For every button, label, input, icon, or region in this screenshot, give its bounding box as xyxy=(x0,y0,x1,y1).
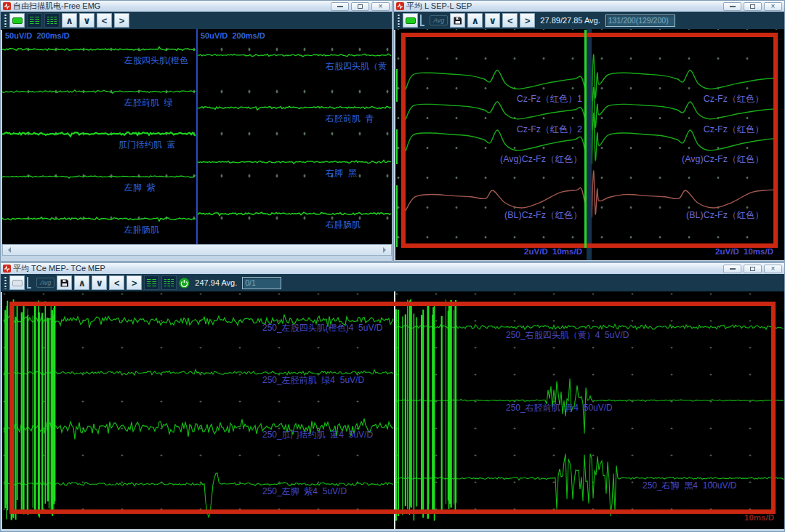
led-toggle-button[interactable] xyxy=(403,13,418,28)
scroll-down-button[interactable]: ∨ xyxy=(79,13,94,28)
channel-label: 肛门括约肌 蓝 xyxy=(118,139,176,151)
scroll-left-button[interactable]: < xyxy=(97,13,112,28)
window-l-sep: 平均 L SEP-L SEP × Avg ∧ ∨ < > 27.89/27.85… xyxy=(393,0,785,262)
titlebar-emg[interactable]: 自由扫描肌电-Free EMG × xyxy=(1,1,392,12)
column-divider xyxy=(587,29,592,260)
left-edge-marker xyxy=(396,185,398,247)
channel-label: 右股四头肌（黄 xyxy=(326,60,387,73)
waveform-canvas xyxy=(592,29,778,260)
waveform-trace xyxy=(2,217,196,221)
cursor-icon[interactable] xyxy=(27,277,34,289)
app-icon xyxy=(3,265,11,273)
emg-wave-area[interactable]: 50uV/D 200ms/D左股四头肌(橙色左胫前肌 绿肛门括约肌 蓝左脚 紫左… xyxy=(2,29,392,244)
sweep-scale-label: 2uV/D 10ms/D xyxy=(524,247,582,256)
window-title: 平均 TCe MEP- TCe MEP xyxy=(13,263,105,274)
scroll-right-button[interactable]: > xyxy=(114,13,129,28)
avg-mode-button[interactable]: Avg xyxy=(36,278,55,288)
waveform-trace xyxy=(198,106,391,110)
scrollbar-right-arrow[interactable] xyxy=(383,247,389,253)
scale-header: 50uV/D 200ms/D xyxy=(5,31,70,40)
scroll-up-button[interactable]: ∧ xyxy=(74,275,89,290)
avg-mode-button[interactable]: Avg xyxy=(430,15,448,25)
emg-column-0: 50uV/D 200ms/D左股四头肌(橙色左胫前肌 绿肛门括约肌 蓝左脚 紫左… xyxy=(2,29,196,244)
scroll-right-button[interactable]: > xyxy=(126,275,142,290)
led-toggle-button[interactable] xyxy=(9,275,25,290)
scroll-up-button[interactable]: ∧ xyxy=(467,13,483,28)
channel-label: (BL)Cz-Fz（红色） xyxy=(504,209,582,222)
mep-column-1: 250_右股四头肌（黄）4 5uV/D250_右胫前肌 青4 50uV/D250… xyxy=(395,291,784,529)
mep-column-0: 250_左股四头肌(橙色)4 5uV/D250_左胫前肌 绿4 5uV/D250… xyxy=(4,291,394,529)
scroll-down-button[interactable]: ∨ xyxy=(92,275,107,290)
close-button[interactable]: × xyxy=(764,265,782,273)
toolbar-grip[interactable] xyxy=(4,276,7,289)
grid-dense-button[interactable] xyxy=(161,275,177,290)
channel-label: Cz-Fz（红色）2 xyxy=(517,124,582,136)
channel-label: 250_肛门括约肌 蓝4 5uV/D xyxy=(262,429,373,441)
cursor-icon[interactable] xyxy=(420,15,427,26)
power-indicator[interactable] xyxy=(179,278,190,289)
channel-label: 左脚 紫 xyxy=(124,182,156,194)
sweep-counter-field[interactable]: 131/200(129/200) xyxy=(605,15,675,27)
channel-label: 250_左脚 紫4 5uV/D xyxy=(262,485,347,498)
close-button[interactable]: × xyxy=(371,2,390,11)
window-tce-mep: 平均 TCe MEP- TCe MEP × Avg ∧ ∨ < > 247.94… xyxy=(0,262,785,532)
sweep-counter-field[interactable]: 0/1 xyxy=(242,277,281,289)
maximize-button[interactable] xyxy=(744,265,762,273)
maximize-button[interactable] xyxy=(351,2,369,11)
led-icon xyxy=(12,17,23,24)
minimize-icon xyxy=(730,6,736,7)
maximize-icon xyxy=(358,4,363,9)
channel-label: 左股四头肌(橙色 xyxy=(124,55,188,67)
titlebar-mep[interactable]: 平均 TCe MEP- TCe MEP × xyxy=(1,263,784,274)
waveform-trace xyxy=(198,54,391,56)
scroll-right-button[interactable]: > xyxy=(520,13,535,28)
window-controls: × xyxy=(331,2,390,11)
channel-label: (Avg)Cz-Fz（红色） xyxy=(500,153,582,166)
maximize-button[interactable] xyxy=(744,2,762,11)
scroll-down-button[interactable]: ∨ xyxy=(485,13,500,28)
toolbar-grip[interactable] xyxy=(397,14,400,27)
minimize-button[interactable] xyxy=(331,2,349,11)
minimize-button[interactable] xyxy=(723,265,741,273)
channel-label: 左胫前肌 绿 xyxy=(124,97,173,109)
grid-icon xyxy=(146,278,157,288)
sep-column-1: Cz-Fz（红色）Cz-Fz（红色）(Avg)Cz-Fz（红色）(BL)Cz-F… xyxy=(592,29,778,260)
grid-icon xyxy=(164,278,174,288)
channel-label: 250_左胫前肌 绿4 5uV/D xyxy=(262,374,364,387)
column-divider xyxy=(394,291,395,529)
waveform-trace xyxy=(2,176,196,179)
led-icon xyxy=(406,17,416,24)
scroll-left-button[interactable]: < xyxy=(109,275,124,290)
app-icon xyxy=(396,2,404,10)
toolbar-grip[interactable] xyxy=(4,14,7,27)
channel-label: 250_右胫前肌 青4 50uV/D xyxy=(506,402,613,414)
channel-label: (Avg)Cz-Fz（红色） xyxy=(682,153,764,166)
grid-dense-button[interactable] xyxy=(44,13,60,28)
grid-compact-button[interactable] xyxy=(27,13,42,28)
save-button[interactable] xyxy=(57,275,72,290)
scroll-left-button[interactable]: < xyxy=(502,13,518,28)
channel-label: 右腓肠肌 xyxy=(326,219,361,231)
channel-label: Cz-Fz（红色） xyxy=(704,124,764,136)
waveform-canvas xyxy=(406,29,587,260)
scroll-up-button[interactable]: ∧ xyxy=(62,13,77,28)
channel-label: 250_右脚 黑4 100uV/D xyxy=(643,480,736,492)
scrollbar-left-arrow[interactable] xyxy=(5,247,11,253)
titlebar-sep[interactable]: 平均 L SEP-L SEP × xyxy=(394,1,784,12)
sep-column-0: Cz-Fz（红色）1Cz-Fz（红色）2(Avg)Cz-Fz（红色）(BL)Cz… xyxy=(406,29,587,260)
window-controls: × xyxy=(723,265,782,273)
grid-compact-button[interactable] xyxy=(144,275,159,290)
save-button[interactable] xyxy=(450,13,465,28)
minimize-icon xyxy=(730,268,736,270)
minimize-button[interactable] xyxy=(723,2,741,11)
led-toggle-button[interactable] xyxy=(9,13,25,28)
power-icon xyxy=(179,278,190,289)
close-button[interactable]: × xyxy=(764,2,782,11)
channel-label: (BL)Cz-Fz（红色） xyxy=(686,209,764,222)
mep-wave-area[interactable]: 250_左股四头肌(橙色)4 5uV/D250_左胫前肌 绿4 5uV/D250… xyxy=(2,291,784,529)
left-edge-marker xyxy=(396,69,398,102)
emg-toolbar: ∧ ∨ < > xyxy=(1,12,392,30)
mep-toolbar: Avg ∧ ∨ < > 247.94 Avg. 0/1 xyxy=(1,274,784,292)
emg-horizontal-scrollbar[interactable] xyxy=(2,244,392,256)
sep-wave-area[interactable]: Cz-Fz（红色）1Cz-Fz（红色）2(Avg)Cz-Fz（红色）(BL)Cz… xyxy=(395,29,784,260)
